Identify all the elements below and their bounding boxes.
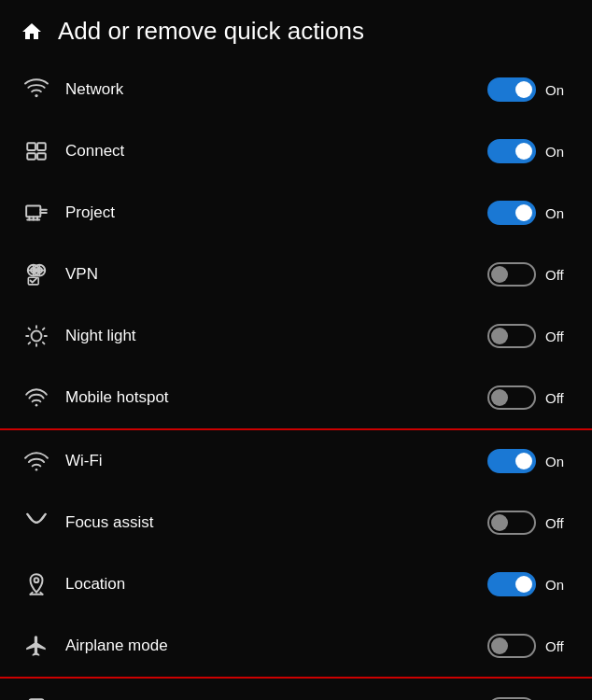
network-icon — [19, 72, 54, 107]
list-item-night-light: Night light Off — [0, 305, 592, 367]
project-icon — [19, 195, 54, 231]
mobile-hotspot-toggle-area: Off — [487, 385, 573, 410]
list-item-vpn: VPN Off — [0, 244, 592, 305]
list-item-project: Project On — [0, 182, 592, 244]
location-label: Location — [65, 575, 487, 594]
quick-actions-list: Network On Connect On — [0, 59, 592, 700]
night-light-toggle[interactable] — [487, 324, 536, 348]
vpn-toggle-area: Off — [487, 262, 573, 287]
connect-toggle[interactable] — [487, 139, 536, 163]
wifi-state: On — [545, 454, 573, 469]
location-toggle-area: On — [487, 572, 573, 596]
page-title: Add or remove quick actions — [58, 17, 364, 46]
vpn-icon — [19, 257, 54, 292]
svg-rect-1 — [27, 143, 35, 150]
list-item-network: Network On — [0, 59, 592, 120]
connect-icon — [19, 133, 54, 169]
airplane-mode-icon — [19, 628, 54, 664]
focus-assist-state: Off — [545, 515, 573, 531]
connect-toggle-area: On — [487, 139, 573, 163]
list-item-wifi: Wi-Fi On — [0, 430, 592, 492]
network-state: On — [545, 82, 573, 98]
wifi-label: Wi-Fi — [65, 452, 487, 470]
wifi-toggle-area: On — [487, 449, 573, 473]
vpn-toggle[interactable] — [487, 262, 536, 287]
wifi-icon — [19, 443, 54, 479]
svg-line-18 — [43, 343, 45, 344]
svg-line-17 — [29, 329, 31, 330]
svg-rect-2 — [37, 143, 46, 150]
network-toggle[interactable] — [487, 77, 536, 102]
location-icon — [19, 567, 54, 602]
night-light-label: Night light — [65, 327, 487, 345]
night-light-toggle-area: Off — [487, 324, 573, 348]
night-light-icon — [19, 318, 54, 354]
network-toggle-area: On — [487, 77, 573, 102]
project-toggle[interactable] — [487, 201, 536, 225]
project-toggle-area: On — [487, 201, 573, 225]
network-label: Network — [65, 80, 487, 99]
focus-assist-label: Focus assist — [65, 513, 487, 532]
connect-label: Connect — [65, 142, 487, 161]
mobile-hotspot-icon — [19, 380, 54, 415]
home-icon[interactable] — [19, 19, 45, 45]
airplane-mode-toggle[interactable] — [487, 634, 536, 658]
svg-point-14 — [32, 331, 42, 342]
airplane-mode-toggle-area: Off — [487, 634, 573, 658]
svg-line-21 — [29, 343, 31, 344]
airplane-mode-state: Off — [545, 638, 573, 654]
focus-assist-icon — [19, 505, 54, 540]
svg-rect-5 — [26, 205, 40, 217]
svg-rect-4 — [37, 153, 46, 160]
mobile-hotspot-label: Mobile hotspot — [65, 388, 487, 407]
connect-state: On — [545, 144, 573, 160]
list-item-focus-assist: Focus assist Off — [0, 492, 592, 553]
wifi-toggle[interactable] — [487, 449, 536, 473]
location-toggle[interactable] — [487, 572, 536, 596]
mobile-hotspot-toggle[interactable] — [487, 385, 536, 410]
list-item-connect: Connect On — [0, 120, 592, 182]
project-label: Project — [65, 203, 487, 222]
svg-rect-3 — [27, 153, 35, 160]
project-state: On — [545, 205, 573, 221]
svg-point-23 — [35, 404, 38, 407]
list-item-tablet-mode: Tablet mode Off — [0, 679, 592, 700]
svg-point-0 — [35, 94, 37, 97]
list-item-mobile-hotspot: Mobile hotspot Off — [0, 367, 592, 428]
vpn-label: VPN — [65, 265, 487, 284]
page-header: Add or remove quick actions — [0, 0, 592, 59]
tablet-mode-icon — [19, 692, 54, 700]
vpn-state: Off — [545, 267, 573, 283]
focus-assist-toggle[interactable] — [487, 511, 536, 535]
mobile-hotspot-state: Off — [545, 390, 573, 406]
airplane-mode-label: Airplane mode — [65, 637, 487, 655]
focus-assist-toggle-area: Off — [487, 511, 573, 535]
svg-point-24 — [35, 469, 38, 471]
svg-point-25 — [35, 578, 39, 582]
svg-line-22 — [43, 329, 45, 330]
list-item-location: Location On — [0, 553, 592, 615]
list-item-airplane-mode: Airplane mode Off — [0, 615, 592, 677]
night-light-state: Off — [545, 329, 573, 344]
location-state: On — [545, 577, 573, 593]
